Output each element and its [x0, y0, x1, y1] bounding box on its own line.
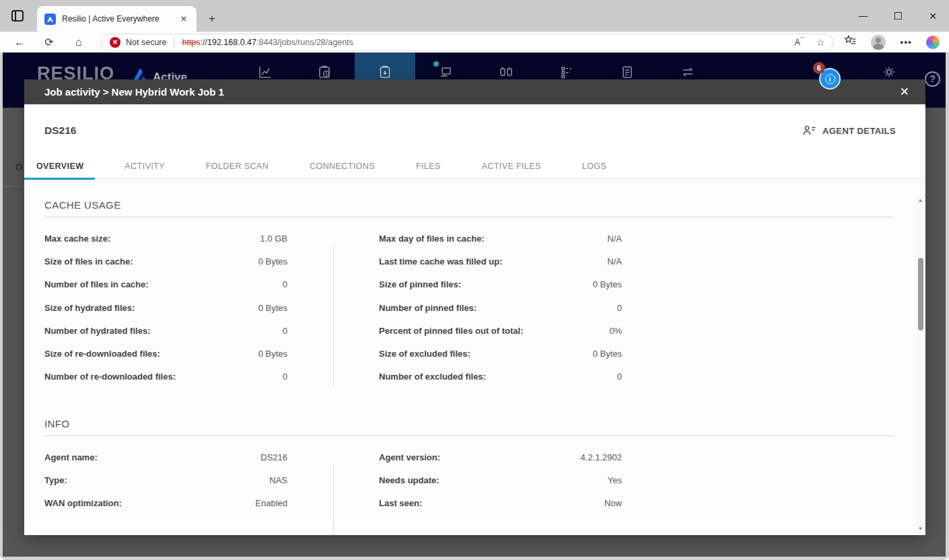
table-row: Number of files in cache:0	[44, 273, 287, 296]
table-row: Last time cache was filled up:N/A	[379, 250, 622, 273]
table-row: Number of pinned files:0	[379, 296, 622, 319]
window-close-button[interactable]: ✕	[929, 11, 937, 22]
tab-logs[interactable]: LOGS	[582, 162, 606, 171]
modal-close-icon[interactable]: ✕	[897, 85, 912, 99]
table-row: Size of hydrated files:0 Bytes	[44, 296, 287, 319]
address-bar[interactable]: ✕ Not secure https://192.168.0.47:8443/j…	[101, 34, 833, 51]
table-row: Size of files in cache:0 Bytes	[44, 250, 287, 273]
section-rule	[44, 435, 894, 436]
collections-icon[interactable]	[844, 34, 857, 50]
gear-icon[interactable]	[882, 65, 897, 79]
help-icon[interactable]: ?	[925, 71, 940, 87]
tab-files[interactable]: FILES	[416, 162, 441, 171]
table-row: Max cache size:1.0 GB	[44, 227, 287, 250]
url-scheme: https	[182, 38, 200, 47]
scrollbar-thumb[interactable]	[918, 258, 923, 330]
tab-actions-icon[interactable]	[11, 10, 24, 22]
refresh-icon[interactable]: ⟳	[42, 37, 57, 48]
job-activity-modal: Job activity > New Hybrid Work Job 1 ✕ D…	[24, 79, 925, 535]
url-host: ://192.168.0.47	[201, 38, 256, 47]
table-row: Last seen:Now	[379, 492, 622, 515]
overview-content: CACHE USAGE Max cache size:1.0 GB Size o…	[24, 179, 925, 520]
table-row: Size of pinned files:0 Bytes	[379, 273, 622, 296]
info-section: INFO Agent name:DS216 Type:NAS WAN optim…	[44, 418, 894, 515]
modal-body: DS216 AGENT DETAILS OVERVIEW ACTIVITY FO…	[24, 104, 925, 535]
agent-name-title: DS216	[44, 125, 76, 137]
not-secure-icon[interactable]: ✕	[110, 37, 120, 48]
scheduled-jobs-icon[interactable]	[317, 65, 332, 79]
url-path: :8443/jobs/runs/28/agents	[256, 38, 353, 47]
background-tab-fragment: O	[15, 162, 23, 172]
agent-tabs: OVERVIEW ACTIVITY FOLDER SCAN CONNECTION…	[24, 153, 925, 179]
not-secure-label[interactable]: Not secure	[126, 38, 166, 47]
agent-details-button[interactable]: AGENT DETAILS	[803, 125, 896, 136]
window-frame-bottom	[0, 557, 949, 560]
modal-header: Job activity > New Hybrid Work Job 1 ✕	[24, 79, 925, 104]
favorite-star-icon[interactable]: ☆	[816, 37, 825, 48]
browser-tab[interactable]: Resilio | Active Everywhere ✕	[37, 6, 197, 32]
window-frame-left	[0, 53, 3, 560]
info-title: INFO	[44, 418, 894, 429]
modal-breadcrumb-title: Job activity > New Hybrid Work Job 1	[44, 86, 224, 98]
dashboard-chart-icon[interactable]	[258, 65, 273, 79]
table-row: Size of excluded files:0 Bytes	[379, 342, 622, 365]
page-viewport: RESILIO Active	[0, 53, 949, 560]
info-left-column: Agent name:DS216 Type:NAS WAN optimizati…	[44, 446, 287, 515]
home-icon[interactable]: ⌂	[71, 37, 86, 48]
agents-icon[interactable]	[438, 65, 453, 79]
cache-right-column: Max day of files in cache:N/A Last time …	[379, 227, 622, 388]
browser-title-bar: Resilio | Active Everywhere ✕ + — ☐ ✕	[0, 0, 949, 32]
table-row: Number of hydrated files:0	[44, 319, 287, 342]
transfers-icon[interactable]	[680, 65, 695, 79]
window-minimize-button[interactable]: —	[859, 11, 868, 21]
notification-area: i 6	[810, 61, 853, 101]
resilio-favicon-icon	[44, 13, 56, 25]
scroll-up-icon[interactable]: ▲	[915, 197, 925, 203]
active-tab-underline	[24, 178, 95, 180]
table-row: Agent version:4.2.1.2902	[379, 446, 622, 468]
tab-folder-scan[interactable]: FOLDER SCAN	[206, 162, 269, 171]
table-row: Size of re-downloaded files:0 Bytes	[44, 342, 287, 365]
background-divider-fragment	[0, 186, 24, 186]
table-row: WAN optimization:Enabled	[44, 492, 287, 515]
table-row: Max day of files in cache:N/A	[379, 227, 622, 250]
profile-avatar[interactable]	[871, 35, 886, 50]
read-aloud-icon[interactable]: A⌒	[794, 36, 805, 47]
table-row: Needs update:Yes	[379, 468, 622, 491]
tab-overview[interactable]: OVERVIEW	[36, 162, 83, 171]
tab-close-icon[interactable]: ✕	[178, 13, 190, 24]
window-frame-right	[946, 53, 949, 560]
column-divider	[333, 464, 334, 535]
new-tab-button[interactable]: +	[209, 12, 215, 26]
url-divider	[174, 37, 174, 47]
table-row: Percent of pinned files out of total:0%	[379, 319, 622, 342]
table-row: Number of re-downloaded files:0	[44, 365, 287, 388]
groups-icon[interactable]	[499, 65, 514, 79]
tab-connections[interactable]: CONNECTIONS	[310, 162, 375, 171]
section-rule	[44, 217, 894, 217]
window-maximize-button[interactable]: ☐	[894, 10, 903, 22]
table-row: Number of excluded files:0	[379, 365, 622, 388]
policies-icon[interactable]	[559, 65, 574, 79]
reports-icon[interactable]	[620, 65, 635, 79]
cache-usage-title: CACHE USAGE	[44, 199, 894, 211]
info-right-column: Agent version:4.2.1.2902 Needs update:Ye…	[379, 446, 622, 515]
url-text[interactable]: https://192.168.0.47:8443/jobs/runs/28/a…	[182, 38, 787, 47]
column-divider	[333, 246, 334, 386]
cache-left-column: Max cache size:1.0 GB Size of files in c…	[44, 227, 287, 388]
tab-activity[interactable]: ACTIVITY	[125, 162, 164, 171]
copilot-icon[interactable]	[926, 36, 940, 49]
scroll-down-icon[interactable]: ▼	[915, 526, 925, 532]
agents-status-dot	[433, 61, 439, 67]
job-runs-icon[interactable]	[378, 65, 392, 79]
cache-usage-section: CACHE USAGE Max cache size:1.0 GB Size o…	[44, 199, 894, 388]
back-icon[interactable]: ←	[12, 37, 27, 48]
settings-menu-icon[interactable]: •••	[900, 37, 912, 48]
tab-active-files[interactable]: ACTIVE FILES	[482, 162, 541, 171]
browser-window: Resilio | Active Everywhere ✕ + — ☐ ✕ ← …	[0, 0, 949, 560]
info-icon: i	[825, 74, 835, 84]
agent-details-icon	[803, 125, 816, 136]
table-row: Type:NAS	[44, 468, 287, 491]
tab-title: Resilio | Active Everywhere	[62, 14, 160, 24]
modal-scrollbar[interactable]: ▲ ▼	[915, 194, 925, 535]
